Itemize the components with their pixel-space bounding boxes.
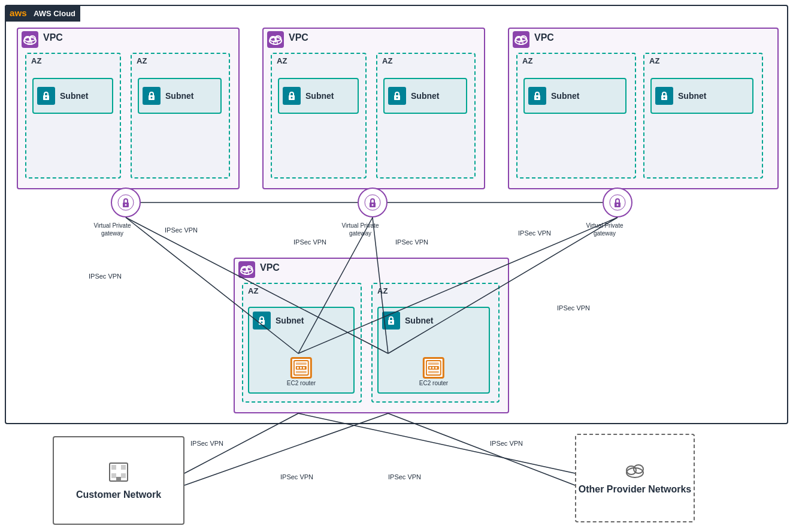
svg-point-38 (261, 322, 263, 324)
vpc1-az1: AZ Subnet (25, 53, 121, 179)
vpc2-az2-subnet-label: Subnet (411, 91, 439, 101)
svg-text:IPSec VPN: IPSec VPN (280, 473, 313, 480)
svg-rect-50 (428, 362, 439, 365)
svg-point-47 (391, 322, 392, 324)
svg-point-30 (664, 97, 665, 99)
vpc1-az1-label: AZ (31, 56, 41, 65)
svg-point-57 (125, 204, 127, 206)
vpc1-az2-subnet-label: Subnet (165, 91, 193, 101)
subnet-lock-icon5 (528, 87, 546, 105)
aws-logo-icon: aws (10, 7, 29, 19)
vpc2-az1-label: AZ (277, 56, 287, 65)
subnet-lock-icon2 (143, 87, 161, 105)
svg-text:IPSec VPN: IPSec VPN (190, 440, 223, 447)
svg-point-60 (372, 204, 374, 206)
vpc2-label: VPC (289, 32, 308, 43)
ec2-router2-label: EC2 router (419, 380, 448, 386)
svg-line-84 (388, 413, 575, 485)
vpc1-az2: AZ Subnet (131, 53, 230, 179)
subnet-lock-icon6 (655, 87, 673, 105)
vpc3-az2-subnet: Subnet (650, 78, 753, 114)
vpc-1: VPC AZ Subnet AZ (17, 28, 240, 189)
vpc2-az2-subnet: Subnet (383, 78, 467, 114)
ec2-router1-label: EC2 router (287, 380, 316, 386)
svg-rect-45 (303, 367, 305, 369)
svg-point-26 (520, 41, 522, 43)
vpc3-az2-subnet-label: Subnet (678, 91, 706, 101)
vpc2-az1: AZ Subnet (271, 53, 367, 179)
vpc3-az1-subnet: Subnet (523, 78, 626, 114)
vpc3-az1-label: AZ (522, 56, 532, 65)
vpc4-az1-subnet: Subnet EC2 (248, 307, 355, 394)
vpc4-az2-subnet-label: Subnet (405, 316, 433, 325)
vpc1-cloud-icon (22, 31, 38, 48)
svg-point-16 (275, 41, 277, 43)
svg-line-82 (184, 413, 388, 485)
vpc3-az1-subnet-label: Subnet (551, 91, 579, 101)
svg-point-36 (246, 271, 248, 273)
svg-point-28 (537, 97, 538, 99)
vpc1-az2-label: AZ (137, 56, 147, 65)
other-networks-label: Other Provider Networks (579, 483, 692, 496)
subnet-lock-icon3 (283, 87, 301, 105)
vpc3-label: VPC (534, 32, 554, 43)
svg-point-72 (634, 465, 643, 473)
svg-text:IPSec VPN: IPSec VPN (388, 473, 421, 480)
svg-point-20 (396, 97, 398, 99)
svg-text:aws: aws (10, 8, 27, 18)
svg-rect-42 (296, 371, 307, 373)
ec2-router2-icon (423, 357, 444, 379)
svg-rect-68 (121, 473, 126, 478)
svg-rect-69 (116, 477, 121, 481)
vpc2-az2-label: AZ (382, 56, 392, 65)
vpc-3: VPC AZ Subnet AZ (508, 28, 779, 189)
svg-point-8 (46, 97, 47, 99)
vpc4-az2: AZ Subnet (371, 283, 500, 403)
svg-rect-43 (297, 367, 299, 369)
subnet-lock-icon8 (382, 312, 400, 330)
aws-cloud-title: AWS Cloud (34, 9, 75, 18)
cloud-icon (624, 461, 646, 479)
svg-rect-53 (432, 367, 434, 369)
customer-network: Customer Network (53, 436, 184, 525)
vpg1-label: Virtual Privategateway (84, 222, 141, 237)
vpc1-az1-subnet-label: Subnet (60, 91, 88, 101)
vpc3-cloud-icon (513, 31, 529, 48)
vpc1-label: VPC (43, 32, 63, 43)
vpc-2: VPC AZ Subnet AZ (262, 28, 485, 189)
customer-network-label: Customer Network (76, 489, 161, 501)
vpc4-az1-label: AZ (248, 286, 258, 295)
svg-rect-44 (300, 367, 302, 369)
svg-point-6 (29, 41, 31, 43)
vpc4-az1: AZ Subnet (242, 283, 362, 403)
vpc2-cloud-icon (267, 31, 284, 48)
vpc2-az1-subnet: Subnet (278, 78, 359, 114)
vpc2-az2: AZ Subnet (376, 53, 476, 179)
main-container: aws AWS Cloud VPC AZ (0, 0, 793, 532)
svg-rect-65 (111, 465, 116, 470)
vpg3-circle (603, 188, 632, 217)
ec2-router1-icon (290, 357, 312, 379)
subnet-lock-icon4 (388, 87, 406, 105)
svg-rect-51 (428, 371, 439, 373)
vpg2-circle (358, 188, 388, 217)
svg-point-63 (617, 204, 619, 206)
vpg3-label: Virtual Privategateway (576, 222, 633, 237)
vpc1-az2-subnet: Subnet (138, 78, 222, 114)
svg-rect-41 (296, 362, 307, 365)
svg-point-10 (151, 97, 153, 99)
other-provider-networks: Other Provider Networks (575, 434, 695, 522)
vpc4-cloud-icon (238, 261, 255, 278)
vpg1-circle (111, 188, 141, 217)
vpc-4: VPC AZ Subnet (234, 258, 509, 413)
svg-rect-52 (429, 367, 431, 369)
vpc3-az2-label: AZ (649, 56, 659, 65)
svg-rect-54 (435, 367, 437, 369)
svg-point-18 (291, 97, 293, 99)
svg-rect-66 (121, 465, 126, 470)
vpc3-az1: AZ Subnet (516, 53, 636, 179)
vpg2-label: Virtual Privategateway (332, 222, 389, 237)
vpc4-az2-label: AZ (377, 286, 388, 295)
svg-text:IPSec VPN: IPSec VPN (490, 440, 523, 447)
vpc4-az1-subnet-label: Subnet (276, 316, 304, 325)
